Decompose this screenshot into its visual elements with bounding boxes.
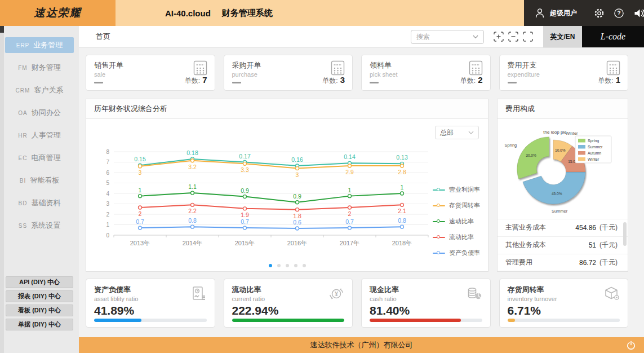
kpi-progress-track [508, 319, 620, 322]
sidebar-item-label: 财务管理 [32, 63, 61, 73]
sidebar-item-label: 基础资料 [31, 198, 60, 208]
expense-row[interactable]: 主营业务成本 454.86 (千元) [498, 219, 628, 237]
sidebar-item-label: 电商管理 [31, 153, 60, 163]
current-user-label[interactable]: 超级用户 [550, 8, 577, 18]
svg-text:3: 3 [106, 201, 109, 207]
sidebar-item-fm[interactable]: FM 财务管理 [5, 60, 74, 76]
trend-dash [370, 82, 379, 83]
sidebar-item-code: OA [18, 110, 27, 116]
kpi-progress-track [370, 319, 482, 322]
help-icon[interactable]: ? [614, 8, 624, 19]
current-ratio-card[interactable]: 流动比率 current ratio 222.94% ¥ [224, 279, 353, 328]
scrollbar-thumb[interactable] [623, 222, 627, 246]
sidebar-item-label: 系统设置 [31, 220, 60, 231]
speaker-icon[interactable] [633, 8, 644, 19]
header-title-band: AI-40.cloud 财务管理系统 [116, 0, 524, 26]
sidebar-item-bd[interactable]: BD 基础资料 [5, 195, 74, 211]
sidebar-item-bi[interactable]: BI 智能看板 [5, 173, 74, 188]
pie-chart[interactable]: the loop pie30.0%Spring45.0%Summer15.0%A… [499, 120, 620, 218]
legend-item[interactable]: 速动比率 [433, 217, 480, 226]
svg-text:0.13: 0.13 [396, 154, 408, 161]
pagination-dot[interactable] [294, 264, 297, 267]
svg-text:Spring: Spring [588, 139, 599, 143]
expenditure-card[interactable]: 费用开支 expenditure 单数:1 [499, 55, 629, 91]
purchase-card[interactable]: 采购开单 purchase 单数:3 [224, 55, 353, 91]
svg-text:2: 2 [139, 210, 142, 217]
page-toolbar: 首页 搜索 [79, 26, 644, 48]
svg-text:2016年: 2016年 [287, 240, 307, 246]
report-icon [190, 285, 207, 305]
svg-text:0.14: 0.14 [344, 153, 356, 160]
fullscreen-icon[interactable] [522, 32, 533, 42]
svg-text:3: 3 [296, 171, 299, 178]
svg-text:Summer: Summer [588, 145, 603, 149]
expense-row[interactable]: 其他业务成本 51 (千元) [498, 237, 628, 254]
legend-marker [433, 203, 445, 208]
gear-icon[interactable] [594, 8, 605, 19]
kpi-progress-fill [508, 319, 515, 322]
language-toggle-button[interactable]: 英文/EN [543, 26, 582, 47]
count-value: 7 [202, 75, 207, 85]
sidebar-item-code: FM [18, 65, 27, 71]
legend-marker [433, 219, 445, 224]
trend-dash [232, 82, 241, 83]
expense-row[interactable]: 管理费用 86.72 (千元) [498, 254, 628, 272]
cash-ratio-card[interactable]: 现金比率 cash ratio 81.40% [361, 279, 491, 328]
org-filter-value: 总部 [440, 128, 454, 138]
legend-item[interactable]: 资产负债率 [433, 249, 480, 257]
voucher-diy-center-button[interactable]: 单据 (DIY) 中心 [6, 319, 73, 330]
zoom-in-icon[interactable] [493, 32, 504, 42]
api-diy-center-button[interactable]: API (DIY) 中心 [6, 276, 73, 288]
svg-text:1.1: 1.1 [188, 183, 197, 190]
count-label: 单数: [460, 77, 476, 85]
kpi-cards-row: 资产负债率 asset liblity ratio 41.89% 流动比率 cu… [86, 279, 628, 328]
count-value: 3 [340, 75, 345, 85]
count-label: 单数: [185, 77, 200, 85]
asset-liability-ratio-card[interactable]: 资产负债率 asset liblity ratio 41.89% [86, 279, 215, 328]
legend-item[interactable]: 流动比率 [433, 233, 480, 241]
dashboard-content: 销售开单 sale 单数:7 采购开单 purchase [79, 48, 644, 337]
svg-text:2: 2 [348, 210, 352, 217]
sale-card[interactable]: 销售开单 sale 单数:7 [86, 55, 215, 91]
board-diy-center-button[interactable]: 看板 (DIY) 中心 [6, 305, 73, 316]
search-input[interactable]: 搜索 [411, 30, 484, 44]
user-icon[interactable] [534, 7, 545, 19]
sidebar-item-ss[interactable]: SS 系统设置 [5, 218, 74, 233]
sidebar-item-code: HR [18, 133, 27, 139]
legend-label: 营业利润率 [449, 186, 480, 194]
sidebar-item-erp[interactable]: ERP 业务管理 [5, 37, 74, 53]
lcode-button[interactable]: L-code [582, 26, 644, 47]
pagination-dot[interactable] [277, 264, 281, 267]
svg-text:0.7: 0.7 [136, 218, 144, 225]
legend-item[interactable]: 存货周转率 [433, 201, 480, 210]
svg-text:2.9: 2.9 [345, 169, 354, 175]
inventory-turnover-card[interactable]: 存货周转率 inventory turnover 6.71% [499, 279, 629, 328]
svg-text:1.9: 1.9 [241, 211, 249, 218]
expense-rows: 主营业务成本 454.86 (千元) 其他业务成本 51 (千元) 管理费用 [498, 219, 628, 271]
svg-text:1: 1 [139, 187, 142, 193]
report-diy-center-button[interactable]: 报表 (DIY) 中心 [6, 290, 73, 302]
line-chart[interactable]: 0123456782013年2014年2015年2016年2017年2018年0… [90, 143, 439, 251]
sidebar-item-ec[interactable]: EC 电商管理 [5, 150, 74, 166]
tab-home[interactable]: 首页 [96, 32, 110, 42]
org-filter-select[interactable]: 总部 [435, 126, 479, 139]
trend-dash [94, 82, 103, 83]
zoom-out-icon[interactable] [508, 32, 518, 42]
svg-text:3.2: 3.2 [188, 164, 197, 170]
pie-slice-spring[interactable] [517, 137, 549, 179]
sidebar-item-crm[interactable]: CRM 客户关系 [5, 82, 74, 98]
power-icon[interactable] [627, 341, 636, 351]
pagination-dots [269, 264, 306, 267]
pick-sheet-card[interactable]: 领料单 pick sheet 单数:2 [361, 55, 491, 91]
sidebar-item-oa[interactable]: OA 协同办公 [5, 105, 74, 121]
sidebar-item-hr[interactable]: HR 人事管理 [5, 127, 74, 143]
pie-slice-summer[interactable] [523, 172, 585, 204]
legend-item[interactable]: 营业利润率 [433, 186, 480, 194]
pagination-dot[interactable] [269, 264, 272, 267]
count-label: 单数: [322, 77, 337, 85]
svg-text:0.8: 0.8 [188, 217, 197, 224]
svg-text:2017年: 2017年 [340, 240, 359, 246]
pagination-dot[interactable] [303, 264, 306, 267]
pagination-dot[interactable] [286, 264, 289, 267]
svg-text:the loop pie: the loop pie [543, 130, 567, 135]
